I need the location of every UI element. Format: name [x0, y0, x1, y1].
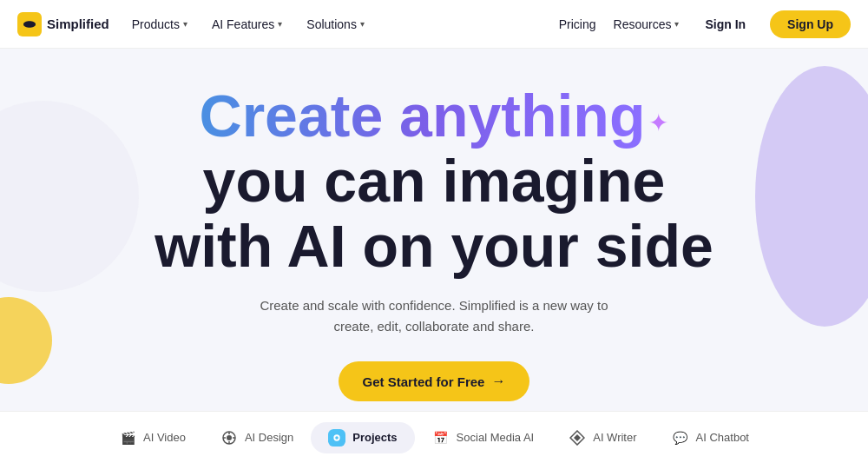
tab-social-media[interactable]: 📅 Social Media AI — [415, 422, 552, 453]
chevron-down-icon: ▾ — [183, 19, 187, 29]
svg-point-2 — [227, 435, 232, 440]
sparkle-icon: ✦ — [648, 109, 668, 137]
chevron-down-icon: ▾ — [278, 19, 282, 29]
blob-right — [755, 66, 868, 327]
arrow-right-icon: → — [491, 374, 505, 389]
chevron-down-icon: ▾ — [360, 19, 365, 29]
hero-content: Create anything✦ you can imagine with AI… — [155, 83, 713, 401]
signin-button[interactable]: Sign In — [694, 12, 756, 36]
nav-item-pricing[interactable]: Pricing — [557, 14, 598, 35]
hero-subtitle: Create and scale with confidence. Simpli… — [243, 295, 625, 337]
video-icon: 🎬 — [119, 429, 136, 446]
nav-item-resources[interactable]: Resources ▾ — [612, 14, 681, 35]
hero-title-gradient: Create anything — [200, 83, 646, 149]
blob-left — [0, 101, 139, 292]
hero-title-line3: with AI on your side — [155, 214, 713, 279]
nav-item-ai-features[interactable]: AI Features ▾ — [210, 14, 284, 35]
tab-ai-video[interactable]: 🎬 AI Video — [102, 422, 203, 453]
projects-icon — [328, 429, 345, 446]
hero-title-line2: you can imagine — [155, 149, 713, 214]
tab-ai-design[interactable]: AI Design — [203, 422, 311, 453]
logo-text: Simplified — [47, 17, 109, 31]
nav-right: Pricing Resources ▾ Sign In Sign Up — [557, 10, 851, 38]
chatbot-icon: 💬 — [672, 429, 689, 446]
navbar: Simplified Products ▾ AI Features ▾ Solu… — [0, 0, 868, 49]
svg-point-9 — [335, 436, 339, 440]
svg-marker-11 — [574, 434, 581, 441]
tab-projects[interactable]: Projects — [311, 422, 414, 453]
hero-section: Create anything✦ you can imagine with AI… — [0, 49, 868, 419]
nav-left: Simplified Products ▾ AI Features ▾ Solu… — [17, 12, 366, 36]
cta-button[interactable]: Get Started for Free → — [339, 361, 530, 401]
social-media-icon: 📅 — [432, 429, 450, 446]
tab-ai-writer[interactable]: AI Writer — [551, 422, 654, 453]
design-icon — [220, 429, 238, 446]
signup-button[interactable]: Sign Up — [770, 10, 851, 38]
nav-item-solutions[interactable]: Solutions ▾ — [305, 14, 366, 35]
blob-yellow — [0, 297, 52, 384]
hero-title: Create anything✦ you can imagine with AI… — [155, 83, 713, 278]
nav-item-products[interactable]: Products ▾ — [130, 14, 189, 35]
logo-icon — [17, 12, 42, 36]
tab-ai-chatbot[interactable]: 💬 AI Chatbot — [654, 422, 766, 453]
logo[interactable]: Simplified — [17, 12, 109, 36]
bottom-tabs: 🎬 AI Video AI Design — [0, 411, 868, 463]
writer-icon — [569, 429, 586, 446]
chevron-down-icon: ▾ — [674, 19, 679, 29]
